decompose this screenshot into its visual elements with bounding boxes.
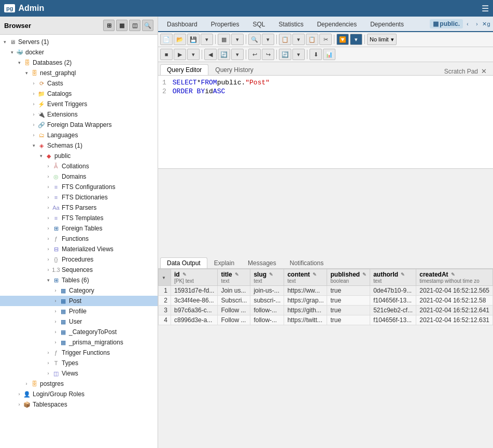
tree-item-public[interactable]: ▾◆public	[0, 151, 158, 161]
tree-item-categorytopost[interactable]: ›▦_CategoryToPost	[0, 327, 158, 337]
sidebar-tool-split[interactable]: ◫	[129, 20, 140, 31]
tree-item-fts_templates[interactable]: ›≡FTS Templates	[0, 213, 158, 223]
tab-nav-prev[interactable]: ‹	[463, 19, 472, 28]
toolbar-open-file[interactable]: 📂	[174, 34, 186, 45]
tree-item-domains[interactable]: ›◎Domains	[0, 171, 158, 182]
toolbar-paste[interactable]: 📋	[306, 34, 318, 45]
tab-sql[interactable]: SQL	[246, 18, 272, 30]
col-edit-title[interactable]: ✎	[235, 272, 239, 277]
tab-query-editor[interactable]: Query Editor	[160, 64, 208, 75]
sidebar-tool-properties[interactable]: ⊞	[103, 20, 115, 31]
result-tab-explain[interactable]: Explain	[207, 257, 241, 268]
tree-item-databases[interactable]: ▾🗄Databases (2)	[0, 57, 158, 68]
tab-query-history[interactable]: Query History	[208, 64, 260, 75]
cell-authorId: f104656f-13...	[370, 295, 416, 305]
table-row[interactable]: 115931d7e-fd...Join us...join-us-...http…	[159, 285, 493, 295]
tree-item-servers[interactable]: ▾🖥Servers (1)	[0, 37, 158, 47]
toolbar-redo[interactable]: ↪	[262, 49, 274, 60]
tree-item-catalogs[interactable]: ›📁Catalogs	[0, 89, 158, 99]
tree-item-category[interactable]: ›▦Category	[0, 285, 158, 296]
toolbar-find-dropdown[interactable]: ▾	[262, 34, 274, 45]
col-edit-createdAt[interactable]: ✎	[451, 272, 455, 277]
tree-item-login_group_roles[interactable]: ›👤Login/Group Roles	[0, 389, 158, 399]
tree-item-user_table[interactable]: ›▦User	[0, 316, 158, 327]
toolbar-edit-dropdown[interactable]: ▾	[350, 34, 362, 45]
tab-properties[interactable]: Properties	[204, 18, 246, 30]
tab-statistics[interactable]: Statistics	[272, 18, 310, 30]
icon-login_group_roles: 👤	[23, 390, 31, 398]
table-row[interactable]: 4c8996d3e-a...Follow ...follow-...https:…	[159, 315, 493, 325]
toolbar-download[interactable]: ⬇	[309, 49, 322, 60]
col-edit-id[interactable]: ✎	[182, 272, 187, 277]
tree-item-event_triggers[interactable]: ›⚡Event Triggers	[0, 99, 158, 109]
col-edit-content[interactable]: ✎	[313, 272, 317, 277]
result-tab-messages[interactable]: Messages	[241, 257, 283, 268]
tree-item-fts_parsers[interactable]: ›AaFTS Parsers	[0, 203, 158, 213]
result-tab-notifications[interactable]: Notifications	[283, 257, 330, 268]
toolbar-run-dropdown[interactable]: ▾	[187, 49, 200, 60]
col-edit-authorId[interactable]: ✎	[401, 272, 405, 277]
tab-nav-close[interactable]: ✕g	[482, 19, 491, 28]
tree-item-foreign_tables[interactable]: ›⊞Foreign Tables	[0, 223, 158, 234]
tree-item-tables[interactable]: ▾⊞Tables (6)	[0, 275, 158, 285]
toolbar-stop[interactable]: ■	[160, 49, 173, 60]
tree-item-materialized_views[interactable]: ›⊟Materialized Views	[0, 244, 158, 254]
tab-nav-next[interactable]: ›	[472, 19, 482, 28]
tree-item-trigger_functions[interactable]: ›ƒTrigger Functions	[0, 348, 158, 358]
toolbar-undo[interactable]: ↩	[248, 49, 261, 60]
tab-dependencies[interactable]: Dependencies	[310, 18, 363, 30]
tree-item-post[interactable]: ›▦Post	[0, 296, 158, 306]
tree-item-schemas[interactable]: ▾◈Schemas (1)	[0, 140, 158, 151]
toolbar-back[interactable]: ◀	[204, 49, 217, 60]
header-menu-icon[interactable]: ☰	[482, 4, 489, 13]
col-header-createdAt: createdAt✎timestamp without time zo	[416, 269, 493, 285]
tree-item-types[interactable]: ›TTypes	[0, 358, 158, 368]
sidebar-tool-grid[interactable]: ▦	[116, 20, 128, 31]
tree-item-functions[interactable]: ›ƒFunctions	[0, 234, 158, 244]
toolbar-find[interactable]: 🔍	[248, 34, 261, 45]
toolbar-refresh2-dropdown[interactable]: ▾	[231, 49, 244, 60]
toolbar-limit[interactable]: No limit ▾	[367, 34, 397, 45]
results-table-wrap[interactable]: ▼id✎[PK] texttitle✎textslug✎textcontent✎…	[158, 269, 493, 449]
toolbar-edit[interactable]: 🔽	[336, 34, 349, 45]
toolbar-save-file[interactable]: 📄	[160, 34, 173, 45]
tree-item-extensions[interactable]: ›🔌Extensions	[0, 109, 158, 120]
sidebar-tool-search[interactable]: 🔍	[142, 20, 153, 31]
tree-item-languages[interactable]: ›🗂Languages	[0, 130, 158, 140]
toolbar-run[interactable]: ▶	[174, 49, 186, 60]
tree-item-docker[interactable]: ▾🐳docker	[0, 47, 158, 57]
tab-dependents[interactable]: Dependents	[363, 18, 411, 30]
tree-item-prisma_migrations[interactable]: ›▦_prisma_migrations	[0, 337, 158, 348]
tree-item-profile[interactable]: ›▦Profile	[0, 306, 158, 316]
tree-item-foreign_data_wrappers[interactable]: ›🔗Foreign Data Wrappers	[0, 120, 158, 130]
toolbar-add-row[interactable]: ▦	[218, 34, 230, 45]
tree-item-fts_configurations[interactable]: ›≡FTS Configurations	[0, 182, 158, 192]
toolbar-save-dropdown[interactable]: ▾	[201, 34, 213, 45]
toolbar-explain-icon[interactable]: 📊	[323, 49, 335, 60]
toolbar-add-row-dropdown[interactable]: ▾	[231, 34, 244, 45]
table-row[interactable]: 23c34f4ee-86...Subscri...subscri-...http…	[159, 295, 493, 305]
tree-item-collations[interactable]: ›ᾸCollations	[0, 161, 158, 171]
result-tab-data-output[interactable]: Data Output	[160, 257, 207, 268]
table-row[interactable]: 3b97c6a36-c...Follow ...follow-...https:…	[159, 305, 493, 315]
tree-item-nest_graphql[interactable]: ▾🗄nest_graphql	[0, 68, 158, 78]
tree-item-sequences[interactable]: ›1.3Sequences	[0, 265, 158, 275]
toolbar-copy[interactable]: 📋	[279, 34, 291, 45]
tree-item-postgres[interactable]: ›🗄postgres	[0, 379, 158, 389]
query-editor-content[interactable]: 1SELECT * FROM public."Post"2ORDER BY id…	[158, 76, 493, 169]
toolbar-copy-dropdown[interactable]: ▾	[292, 34, 305, 45]
tab-dashboard[interactable]: Dashboard	[160, 18, 204, 30]
tree-item-procedures[interactable]: ›{}Procedures	[0, 254, 158, 265]
scratch-pad-close[interactable]: ✕	[481, 67, 487, 75]
toolbar-save[interactable]: 💾	[187, 34, 200, 45]
col-edit-slug[interactable]: ✎	[269, 272, 273, 277]
col-edit-published[interactable]: ✎	[362, 272, 367, 277]
tree-item-fts_dictionaries[interactable]: ›≡FTS Dictionaries	[0, 192, 158, 203]
toolbar-format[interactable]: 🔄	[279, 49, 291, 60]
toolbar-format-dropdown[interactable]: ▾	[292, 49, 305, 60]
tree-item-views[interactable]: ›◫Views	[0, 368, 158, 379]
toolbar-cut[interactable]: ✂	[319, 34, 332, 45]
tree-item-casts[interactable]: ›⟳Casts	[0, 78, 158, 89]
toolbar-refresh2[interactable]: 🔄	[218, 49, 230, 60]
tree-item-tablespaces[interactable]: ›📦Tablespaces	[0, 399, 158, 410]
